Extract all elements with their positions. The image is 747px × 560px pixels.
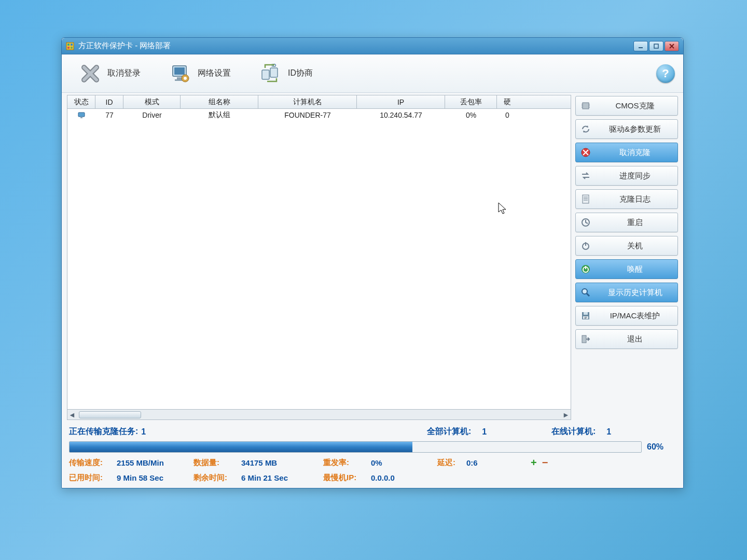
stat-speed: 传输速度:2155 MB/Min: [69, 457, 193, 469]
progress-percent: 60%: [647, 442, 676, 452]
monitor-gear-icon: [170, 63, 191, 85]
computer-table: 状态 ID 模式 组名称 计算机名 IP 丢包率 硬 77 Driver 默认组…: [67, 95, 571, 420]
svg-rect-2: [71, 44, 73, 46]
cancel-clone-button[interactable]: 取消克隆: [575, 143, 678, 162]
wake-button[interactable]: 唤醒: [575, 259, 678, 279]
row-computer: FOUNDER-77: [258, 111, 357, 119]
svg-rect-24: [583, 103, 589, 109]
app-window: 方正软件保护卡 - 网络部署 取消登录 网络设置 ID ID协商 ? 状态 ID…: [61, 37, 684, 488]
svg-rect-3: [67, 47, 70, 49]
network-settings-label: 网络设置: [198, 68, 231, 79]
status-summary: 正在传输克隆任务:1 全部计算机: 1 在线计算机: 1: [69, 426, 676, 437]
exit-label: 退出: [597, 334, 673, 344]
svg-rect-14: [174, 67, 185, 75]
progress-row: 60%: [69, 441, 676, 453]
col-status[interactable]: 状态: [67, 95, 95, 108]
row-id: 77: [95, 111, 123, 119]
svg-point-18: [184, 77, 187, 80]
row-last: 0: [497, 111, 518, 119]
scroll-right-icon[interactable]: ►: [561, 410, 571, 419]
stat-remain: 剩余时间:6 Min 21 Sec: [193, 473, 323, 483]
network-settings-button[interactable]: 网络设置: [160, 60, 240, 88]
power-off-icon: [580, 240, 591, 251]
stats-row-1: 传输速度:2155 MB/Min 数据量:34175 MB 重发率:0% 延迟:…: [69, 457, 676, 469]
task-label: 正在传输克隆任务:: [69, 426, 138, 437]
floppy-icon: IP: [580, 310, 591, 321]
progress-sync-label: 进度同步: [597, 171, 673, 181]
scroll-thumb[interactable]: [79, 411, 141, 418]
ip-mac-maintain-button[interactable]: IP IP/MAC表维护: [575, 306, 678, 326]
table-header: 状态 ID 模式 组名称 计算机名 IP 丢包率 硬: [67, 95, 571, 109]
driver-param-update-button[interactable]: 驱动&参数更新: [575, 119, 678, 139]
online-computers: 在线计算机: 1: [551, 426, 676, 437]
stat-elapsed: 已用时间:9 Min 58 Sec: [69, 473, 193, 483]
col-id[interactable]: ID: [95, 95, 123, 108]
cmos-clone-button[interactable]: CMOS克隆: [575, 96, 678, 116]
id-negotiate-label: ID协商: [288, 68, 313, 79]
table-body[interactable]: 77 Driver 默认组 FOUNDER-77 10.240.54.77 0%…: [67, 109, 571, 409]
task-status: 正在传输克隆任务:1: [69, 426, 427, 437]
ip-mac-maintain-label: IP/MAC表维护: [597, 311, 673, 321]
toolbar: 取消登录 网络设置 ID ID协商 ?: [62, 54, 683, 93]
stat-slowest: 最慢机IP:0.0.0.0: [323, 473, 437, 483]
all-label: 全部计算机:: [427, 426, 471, 437]
window-title: 方正软件保护卡 - 网络部署: [78, 41, 633, 51]
progress-bar: [69, 441, 642, 453]
exit-button[interactable]: 退出: [575, 329, 678, 349]
reboot-label: 重启: [597, 218, 673, 228]
minimize-button[interactable]: [633, 41, 648, 51]
svg-rect-1: [67, 44, 70, 46]
task-count: 1: [141, 427, 146, 437]
titlebar: 方正软件保护卡 - 网络部署: [62, 38, 683, 54]
col-ip[interactable]: IP: [357, 95, 445, 108]
wake-label: 唤醒: [597, 264, 673, 274]
delay-minus-button[interactable]: −: [542, 457, 548, 469]
reboot-icon: [580, 217, 591, 228]
clone-log-button[interactable]: 克隆日志: [575, 189, 678, 209]
refresh-icon: [580, 123, 591, 135]
row-status-icon: [67, 111, 95, 119]
svg-rect-20: [270, 68, 278, 77]
svg-rect-19: [262, 70, 269, 79]
stats-row-2: 已用时间:9 Min 58 Sec 剩余时间:6 Min 21 Sec 最慢机I…: [69, 473, 676, 483]
col-last[interactable]: 硬: [497, 95, 518, 108]
row-group: 默认组: [181, 110, 258, 120]
all-computers: 全部计算机: 1: [427, 426, 551, 437]
show-history-label: 显示历史计算机: [597, 288, 673, 298]
svg-rect-47: [584, 312, 588, 315]
cancel-login-button[interactable]: 取消登录: [70, 60, 150, 88]
row-loss: 0%: [445, 111, 497, 119]
col-mode[interactable]: 模式: [123, 95, 181, 108]
id-negotiate-button[interactable]: ID ID协商: [251, 60, 322, 88]
col-computer[interactable]: 计算机名: [258, 95, 357, 108]
close-button[interactable]: [665, 41, 679, 51]
horizontal-scrollbar[interactable]: ◄ ►: [67, 409, 571, 419]
reboot-button[interactable]: 重启: [575, 213, 678, 232]
power-on-icon: [580, 263, 591, 275]
svg-rect-50: [582, 335, 586, 343]
chip-icon: [580, 100, 591, 111]
progress-sync-button[interactable]: 进度同步: [575, 166, 678, 186]
progress-fill: [70, 442, 412, 452]
exit-icon: [580, 333, 591, 345]
svg-rect-6: [654, 44, 658, 48]
col-group[interactable]: 组名称: [181, 95, 258, 108]
show-history-button[interactable]: 显示历史计算机: [575, 283, 678, 302]
action-panel: CMOS克隆 驱动&参数更新 取消克隆 进度同步 克隆日志 重启: [575, 95, 678, 420]
id-card-icon: ID: [260, 63, 282, 85]
stop-icon: [580, 147, 591, 158]
col-loss[interactable]: 丢包率: [445, 95, 497, 108]
table-row[interactable]: 77 Driver 默认组 FOUNDER-77 10.240.54.77 0%…: [67, 109, 571, 121]
driver-param-update-label: 驱动&参数更新: [597, 124, 673, 134]
help-button[interactable]: ?: [656, 64, 675, 83]
sync-icon: [580, 170, 591, 181]
delay-plus-button[interactable]: +: [531, 457, 537, 469]
shutdown-label: 关机: [597, 241, 673, 251]
stat-retry: 重发率:0%: [323, 457, 437, 469]
shutdown-button[interactable]: 关机: [575, 236, 678, 256]
maximize-button[interactable]: [649, 41, 663, 51]
row-ip: 10.240.54.77: [357, 111, 445, 119]
scroll-left-icon[interactable]: ◄: [67, 410, 77, 419]
content-area: 状态 ID 模式 组名称 计算机名 IP 丢包率 硬 77 Driver 默认组…: [62, 93, 683, 423]
online-count: 1: [606, 427, 611, 437]
